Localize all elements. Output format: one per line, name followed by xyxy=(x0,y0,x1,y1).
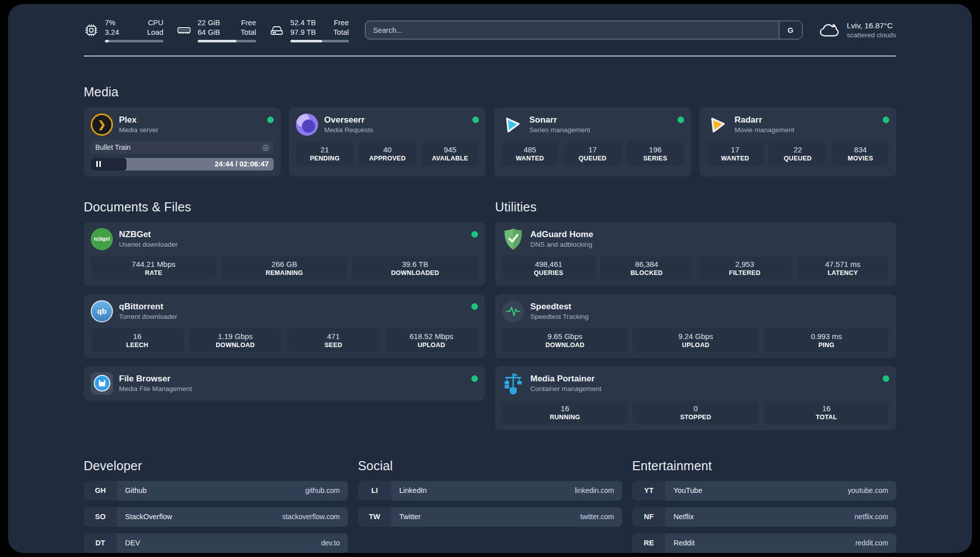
stat-label: STOPPED xyxy=(635,414,756,421)
section-title-documents: Documents & Files xyxy=(84,200,485,214)
section-utilities: Utilities xyxy=(495,200,896,430)
stat-value: 0.993 ms xyxy=(766,332,887,341)
section-title-social: Social xyxy=(358,459,622,473)
stat-label: TOTAL xyxy=(766,414,887,421)
bookmark-reddit[interactable]: RE Reddit reddit.com xyxy=(632,533,896,553)
pause-icon[interactable] xyxy=(96,161,101,167)
cpu-load-label: Load xyxy=(147,28,163,37)
stat-tile: 1.19 Gbps DOWNLOAD xyxy=(189,328,282,352)
app-name-qbittorrent: qBittorrent xyxy=(119,302,177,312)
dashboard-panel: 7% 3.24 CPU Load xyxy=(8,4,972,553)
app-card-sonarr[interactable]: Sonarr Series management 485 WANTED 17 Q… xyxy=(494,107,691,177)
stat-value: 17 xyxy=(708,145,762,154)
nzbget-icon: nzbget xyxy=(91,228,113,250)
bookmark-linkedin[interactable]: LI LinkedIn linkedin.com xyxy=(358,481,622,500)
app-card-nzbget[interactable]: nzbget NZBGet Usenet downloader 744.21 M… xyxy=(84,222,485,286)
bookmark-name: LinkedIn xyxy=(399,486,427,494)
bookmark-abbr: GH xyxy=(84,481,117,500)
stat-label: SERIES xyxy=(629,155,682,162)
search-engine-button[interactable]: G xyxy=(779,21,802,39)
stat-tile: 618.52 Mbps UPLOAD xyxy=(385,328,478,352)
bookmark-dev[interactable]: DT DEV dev.to xyxy=(84,533,348,553)
overseerr-icon xyxy=(296,114,318,136)
section-developer: Developer GH Github github.com SO StackO… xyxy=(84,459,348,553)
app-card-qbittorrent[interactable]: qb qBittorrent Torrent downloader 16 LEE… xyxy=(84,294,485,358)
playback-time: 24:44 / 02:06:47 xyxy=(215,160,269,168)
stat-value: 40 xyxy=(360,145,414,154)
stat-label: SEED xyxy=(289,342,378,349)
memory-progress-fill xyxy=(198,40,236,42)
app-card-radarr[interactable]: Radarr Movie management 17 WANTED 22 QUE… xyxy=(699,107,896,177)
disk-free-label: Free xyxy=(333,18,349,28)
memory-free-label: Free xyxy=(240,18,256,28)
portainer-icon xyxy=(502,372,524,395)
stat-tile: 16 RUNNING xyxy=(502,400,628,424)
app-desc-plex: Media server xyxy=(119,126,158,134)
search-input[interactable] xyxy=(365,21,803,39)
stat-label: WANTED xyxy=(503,155,557,162)
stat-value: 744.21 Mbps xyxy=(93,260,214,268)
stat-label: QUEUED xyxy=(771,155,824,162)
stat-tile: 9.24 Gbps UPLOAD xyxy=(633,328,758,352)
disk-stat: 52.4 TB 97.9 TB Free Total xyxy=(269,18,349,42)
stat-value: 16 xyxy=(504,404,626,413)
bookmark-url: stackoverflow.com xyxy=(282,513,340,521)
header-divider xyxy=(84,55,896,57)
app-desc-overseerr: Media Requests xyxy=(324,126,374,134)
bookmark-github[interactable]: GH Github github.com xyxy=(84,481,348,500)
cpu-progress-track xyxy=(105,40,163,42)
stat-tile: 0.993 ms PING xyxy=(764,328,889,352)
app-name-adguard: AdGuard Home xyxy=(530,230,593,240)
bookmark-abbr: DT xyxy=(84,533,117,553)
stat-label: LEECH xyxy=(93,342,182,349)
stat-tile: 9.65 Gbps DOWNLOAD xyxy=(502,328,628,352)
app-card-overseerr[interactable]: Overseerr Media Requests 21 PENDING 40 A… xyxy=(289,107,486,177)
filebrowser-icon xyxy=(91,372,113,395)
cpu-stat-text: 7% 3.24 CPU Load xyxy=(105,18,163,42)
memory-stat: 22 GiB 64 GiB Free Total xyxy=(176,18,256,42)
bookmark-youtube[interactable]: YT YouTube youtube.com xyxy=(632,481,896,500)
stat-value: 945 xyxy=(423,145,477,154)
stat-tile: 16 TOTAL xyxy=(764,400,889,424)
app-card-plex[interactable]: ❯ Plex Media server Bullet Train ◎ xyxy=(84,107,281,177)
stat-label: MOVIES xyxy=(834,155,887,162)
sonarr-icon xyxy=(501,114,523,136)
stat-label: QUERIES xyxy=(504,269,593,276)
status-dot-qbittorrent xyxy=(471,303,478,310)
bookmark-abbr: NF xyxy=(632,507,665,527)
weather-location-temp: Lviv, 16.87°C xyxy=(847,21,896,30)
stat-value: 86,384 xyxy=(602,260,692,268)
stat-tile: 945 AVAILABLE xyxy=(421,141,479,165)
app-name-portainer: Media Portainer xyxy=(530,374,601,384)
app-card-speedtest[interactable]: Speedtest Speedtest Tracking 9.65 Gbps D… xyxy=(495,294,896,358)
stat-value: 0 xyxy=(635,404,756,413)
app-card-filebrowser[interactable]: File Browser Media File Management xyxy=(84,366,485,401)
app-desc-nzbget: Usenet downloader xyxy=(119,241,177,248)
stat-value: 471 xyxy=(289,332,378,341)
stat-label: AVAILABLE xyxy=(423,155,477,162)
cloud-icon xyxy=(819,22,840,39)
cpu-icon xyxy=(84,23,99,38)
stat-value: 22 xyxy=(771,145,824,154)
stat-label: RATE xyxy=(93,269,214,276)
stat-value: 17 xyxy=(566,145,619,154)
stat-label: BLOCKED xyxy=(602,269,692,276)
app-name-filebrowser: File Browser xyxy=(119,374,192,384)
cpu-progress-fill xyxy=(105,40,109,42)
app-card-adguard[interactable]: AdGuard Home DNS and adblocking 498,461 … xyxy=(495,222,896,286)
section-documents: Documents & Files nzbget NZBGet Usenet d… xyxy=(84,200,485,430)
bookmark-netflix[interactable]: NF Netflix netflix.com xyxy=(632,507,896,527)
app-name-radarr: Radarr xyxy=(734,115,794,125)
bookmark-url: linkedin.com xyxy=(575,486,614,494)
section-media: Media ❯ Plex Media server Bullet Train ◎ xyxy=(84,85,896,177)
memory-free-value: 22 GiB xyxy=(198,18,220,28)
status-dot-plex xyxy=(267,117,274,123)
disk-progress-fill xyxy=(290,40,322,42)
session-disc-icon[interactable]: ◎ xyxy=(262,143,269,151)
stat-value: 47.571 ms xyxy=(799,260,888,268)
bookmark-twitter[interactable]: TW Twitter twitter.com xyxy=(358,507,622,527)
bookmark-stackoverflow[interactable]: SO StackOverflow stackoverflow.com xyxy=(84,507,348,527)
app-card-portainer[interactable]: Media Portainer Container management 16 … xyxy=(495,366,896,430)
app-desc-sonarr: Series management xyxy=(529,126,590,134)
bookmark-url: reddit.com xyxy=(855,539,888,547)
